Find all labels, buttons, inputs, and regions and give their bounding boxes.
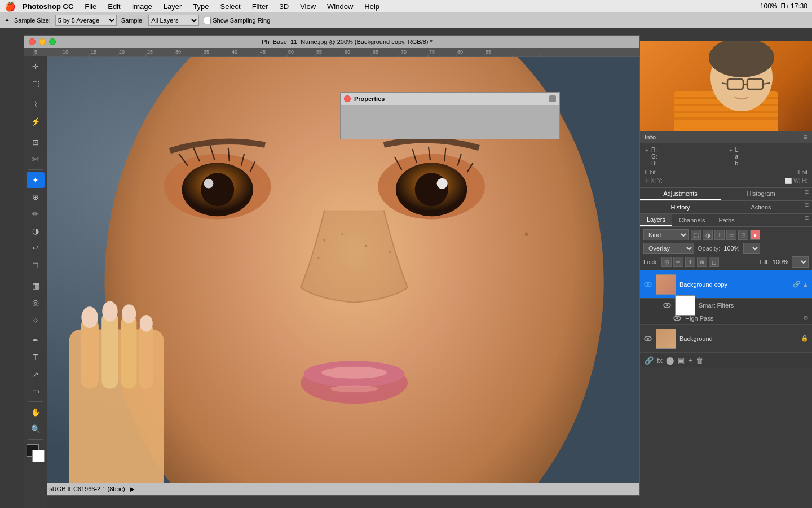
clone-tool[interactable]: ◑ xyxy=(27,223,45,239)
high-pass-label: High Pass xyxy=(685,315,713,322)
shape-tool[interactable]: ▭ xyxy=(27,383,45,399)
layer-controls: Kind ⬚ ◑ T ▭ ⊡ ● Overlay Normal Multiply… xyxy=(640,227,812,270)
lasso-tool[interactable]: ⌇ xyxy=(27,97,45,112)
add-fx-icon[interactable]: fx xyxy=(657,356,663,365)
eyedropper-tool[interactable]: ✦ xyxy=(27,172,45,188)
tab-layers[interactable]: Layers xyxy=(640,214,672,226)
properties-close-button[interactable] xyxy=(344,95,351,102)
layer-expand-icon[interactable]: ▲ xyxy=(802,281,809,288)
menu-view[interactable]: View xyxy=(295,2,320,11)
layer-filter-smart-icon[interactable]: ⊡ xyxy=(738,230,748,240)
visibility-eye-smart[interactable] xyxy=(663,301,672,310)
high-pass-item[interactable]: High Pass ⚙ xyxy=(640,312,812,325)
color-swatch[interactable] xyxy=(27,444,45,462)
options-bar: ✦ Sample Size: 5 by 5 Average Point Samp… xyxy=(0,12,812,28)
layer-info-bg-copy: Background copy xyxy=(679,281,789,288)
menu-image[interactable]: Image xyxy=(127,2,157,11)
menu-filter[interactable]: Filter xyxy=(248,2,273,11)
tab-paths[interactable]: Paths xyxy=(712,214,742,226)
pen-tool[interactable]: ✒ xyxy=(27,332,45,348)
delete-layer-icon[interactable]: 🗑 xyxy=(696,356,703,365)
fill-dropdown[interactable]: ▼ xyxy=(792,256,809,268)
menu-3d[interactable]: 3D xyxy=(275,2,294,11)
svg-text:85: 85 xyxy=(486,49,491,55)
tab-channels[interactable]: Channels xyxy=(672,214,712,226)
show-ring-checkbox[interactable] xyxy=(204,17,211,24)
tab-history[interactable]: History xyxy=(640,201,721,213)
heal-tool[interactable]: ⊕ xyxy=(27,189,45,205)
path-tool[interactable]: ↗ xyxy=(27,366,45,382)
menu-layer[interactable]: Layer xyxy=(159,2,187,11)
lock-pixels-icon[interactable]: ✏ xyxy=(673,257,683,267)
opacity-dropdown[interactable]: ▼ xyxy=(743,243,760,254)
layer-item-background[interactable]: Background 🔒 xyxy=(640,325,812,353)
zoom-tool[interactable]: 🔍 xyxy=(27,421,45,437)
layer-kind-select[interactable]: Kind xyxy=(643,229,689,240)
coords-left: ✛ X: Y: xyxy=(645,178,663,184)
new-layer-icon[interactable]: + xyxy=(688,356,692,365)
gradient-tool[interactable]: ▦ xyxy=(27,278,45,294)
lock-artboard-icon[interactable]: ◻ xyxy=(709,257,719,267)
minimize-button[interactable] xyxy=(39,38,46,45)
smart-filters-item[interactable]: Smart Filters xyxy=(640,299,812,312)
nav-arrow[interactable]: ▶ xyxy=(130,485,134,493)
tab-histogram[interactable]: Histogram xyxy=(721,188,801,200)
move-tool[interactable]: ✛ xyxy=(27,59,45,75)
properties-expand-button[interactable]: ≡ xyxy=(549,95,556,102)
visibility-eye-highpass[interactable] xyxy=(673,314,682,323)
tab-actions[interactable]: Actions xyxy=(721,201,801,213)
new-group-icon[interactable]: ▣ xyxy=(678,356,685,365)
layer-filter-type-icon[interactable]: T xyxy=(714,230,725,240)
layer-filter-px-icon[interactable]: ⬚ xyxy=(691,230,701,240)
lock-position-icon[interactable]: ✛ xyxy=(685,257,695,267)
blend-mode-select[interactable]: Overlay Normal Multiply Screen xyxy=(643,243,694,254)
crop-tool[interactable]: ⊡ xyxy=(27,134,45,150)
hist-panel-menu-icon[interactable]: ≡ xyxy=(801,201,812,213)
info-panel-menu-icon[interactable]: ≡ xyxy=(804,133,807,141)
menu-edit[interactable]: Edit xyxy=(103,2,125,11)
svg-text:40: 40 xyxy=(232,49,237,55)
layer-item-background-copy[interactable]: Background copy 🔗 ▲ xyxy=(640,270,812,299)
hand-tool[interactable]: ✋ xyxy=(27,404,45,420)
b2-value: b: xyxy=(735,160,740,167)
menu-file[interactable]: File xyxy=(80,2,101,11)
sample-size-select[interactable]: 5 by 5 Average Point Sample 3 by 3 Avera… xyxy=(55,15,117,26)
brush-tool[interactable]: ✏ xyxy=(27,206,45,222)
app-name: Photoshop CC xyxy=(23,2,73,11)
menu-window[interactable]: Window xyxy=(323,2,358,11)
menu-select[interactable]: Select xyxy=(215,2,245,11)
selection-tool[interactable]: ⬚ xyxy=(27,76,45,91)
type-tool[interactable]: T xyxy=(27,349,45,365)
visibility-eye-bg-copy[interactable] xyxy=(643,280,652,289)
sample-select[interactable]: All Layers Current Layer xyxy=(148,15,199,26)
menu-help[interactable]: Help xyxy=(360,2,384,11)
show-ring-label[interactable]: Show Sampling Ring xyxy=(204,17,270,24)
tool-separator-5 xyxy=(28,330,43,330)
layers-panel-menu-icon[interactable]: ≡ xyxy=(801,214,812,226)
layer-filter-shape-icon[interactable]: ▭ xyxy=(726,230,736,240)
layer-filter-adj-icon[interactable]: ◑ xyxy=(703,230,713,240)
lock-transparent-icon[interactable]: ⊞ xyxy=(661,257,672,267)
dodge-tool[interactable]: ☼ xyxy=(27,312,45,327)
apple-menu[interactable]: 🍎 xyxy=(5,1,16,12)
tab-adjustments[interactable]: Adjustments xyxy=(640,188,721,200)
lock-all-icon[interactable]: ⊕ xyxy=(697,257,707,267)
slice-tool[interactable]: ✄ xyxy=(27,151,45,167)
background-color[interactable] xyxy=(32,450,45,462)
layer-icons-right-bg: 🔒 xyxy=(801,335,809,342)
magic-wand-tool[interactable]: ⚡ xyxy=(27,113,45,129)
visibility-eye-bg[interactable] xyxy=(643,334,652,343)
menu-type[interactable]: Type xyxy=(188,2,213,11)
high-pass-settings-icon[interactable]: ⚙ xyxy=(803,314,809,322)
layer-filter-toggle[interactable]: ● xyxy=(750,230,760,240)
blur-tool[interactable]: ◎ xyxy=(27,295,45,310)
adj-panel-menu-icon[interactable]: ≡ xyxy=(801,188,812,200)
coords-right: ⬜ W: H: xyxy=(785,178,807,184)
eyedropper-left-icon: ✦ xyxy=(645,147,649,154)
eraser-tool[interactable]: ◻ xyxy=(27,257,45,273)
close-button[interactable] xyxy=(29,38,36,45)
add-mask-icon[interactable]: ⬤ xyxy=(666,356,674,365)
history-brush-tool[interactable]: ↩ xyxy=(27,240,45,256)
maximize-button[interactable] xyxy=(49,38,56,45)
link-layers-icon[interactable]: 🔗 xyxy=(645,356,654,365)
